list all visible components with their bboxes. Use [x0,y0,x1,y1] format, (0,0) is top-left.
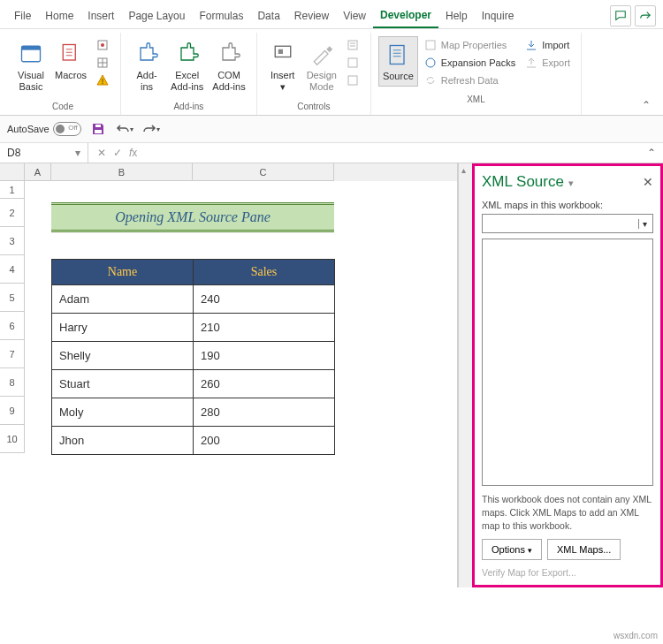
name-box[interactable]: D8▾ [0,143,88,163]
xml-tree-view[interactable] [482,239,653,486]
design-mode-icon [308,40,336,68]
cell[interactable]: Shelly [52,342,194,370]
select-all-corner[interactable] [0,163,25,181]
properties-button[interactable] [342,36,363,54]
tab-help[interactable]: Help [438,4,475,27]
tab-file[interactable]: File [7,4,38,27]
visual-basic-button[interactable]: Visual Basic [12,36,50,96]
title-cell[interactable]: Opening XML Source Pane [51,202,334,232]
cell[interactable]: Harry [52,314,194,342]
table-row: Shelly190 [52,342,335,370]
cells-area[interactable]: Opening XML Source Pane Name Sales Adam2… [25,181,457,587]
worksheet-grid[interactable]: A B C 1 2 3 4 5 6 7 8 9 10 Opening XML S… [0,163,458,587]
row-header[interactable]: 10 [0,425,25,453]
run-dialog-button[interactable] [342,72,363,89]
watermark: wsxdn.com [613,631,658,640]
cell[interactable]: 260 [194,370,335,398]
insert-control-button[interactable]: Insert▾ [264,36,301,96]
tab-view[interactable]: View [336,4,373,27]
xml-maps-button[interactable]: XML Maps... [547,539,621,560]
row-header[interactable]: 2 [0,199,25,227]
row-header[interactable]: 5 [0,284,25,312]
warning-icon: ! [95,73,110,87]
record-macro-button[interactable] [92,36,113,54]
fx-icon[interactable]: fx [129,147,137,159]
comments-icon[interactable] [610,5,631,27]
com-addins-button[interactable]: COM Add-ins [209,36,248,96]
row-header[interactable]: 3 [0,227,25,255]
chevron-down-icon: ▾ [75,147,80,159]
close-pane-button[interactable]: ✕ [643,175,653,189]
chevron-down-icon[interactable]: ▾ [568,178,574,188]
row-header[interactable]: 1 [0,181,25,199]
tab-developer[interactable]: Developer [373,4,438,28]
col-header-c[interactable]: C [193,163,334,181]
tab-review[interactable]: Review [287,4,336,27]
cell[interactable]: Stuart [52,370,194,398]
export-button[interactable]: Export [521,54,574,72]
tab-data[interactable]: Data [250,4,286,27]
data-table: Name Sales Adam240 Harry210 Shelly190 St… [51,259,335,455]
share-icon[interactable] [635,5,656,27]
save-button[interactable] [88,119,108,139]
row-header[interactable]: 4 [0,255,25,284]
cell[interactable]: 280 [194,398,335,427]
svg-rect-16 [95,125,101,127]
verify-map-link: Verify Map for Export... [482,567,653,578]
xml-maps-select[interactable]: ▾ [482,214,653,233]
row-header[interactable]: 9 [0,397,25,425]
cell[interactable]: Moly [52,398,194,427]
expand-formula-bar[interactable]: ⌃ [640,143,663,163]
macro-security-button[interactable]: ! [92,72,113,89]
expansion-packs-button[interactable]: Expansion Packs [420,54,519,72]
cell[interactable]: 240 [194,285,335,314]
tab-insert[interactable]: Insert [80,4,121,27]
row-header[interactable]: 6 [0,312,25,340]
header-name[interactable]: Name [52,260,194,285]
cell[interactable]: Jhon [52,427,194,455]
cell[interactable]: 200 [194,427,335,455]
tab-page-layout[interactable]: Page Layou [121,4,192,27]
tab-inquire[interactable]: Inquire [475,4,522,27]
relative-ref-button[interactable] [92,54,113,72]
import-icon [524,38,538,52]
cancel-formula-icon[interactable]: ✕ [97,147,106,159]
formula-bar[interactable] [146,149,640,156]
map-properties-button[interactable]: Map Properties [420,36,519,54]
refresh-data-button[interactable]: Refresh Data [420,72,519,89]
autosave-toggle[interactable]: AutoSave Off [7,122,81,136]
row-header[interactable]: 8 [0,368,25,397]
code-icon [346,56,360,70]
vertical-scrollbar[interactable] [458,163,472,587]
collapse-ribbon-button[interactable]: ⌃ [635,95,658,115]
xml-maps-label: XML maps in this workbook: [482,200,653,210]
source-button[interactable]: Source [378,36,418,87]
svg-point-4 [101,43,104,47]
col-header-b[interactable]: B [51,163,193,181]
cell[interactable]: Adam [52,285,194,314]
tab-formulas[interactable]: Formulas [192,4,250,27]
options-button[interactable]: Options ▾ [482,539,542,560]
design-mode-button[interactable]: Design Mode [303,36,340,96]
grid-icon [95,56,110,70]
cell[interactable]: 190 [194,342,335,370]
excel-addins-button[interactable]: Excel Add-ins [167,36,207,96]
macros-button[interactable]: Macros [51,36,90,85]
row-header[interactable]: 7 [0,340,25,368]
col-header-a[interactable]: A [25,163,51,181]
svg-rect-11 [348,76,357,85]
addins-button[interactable]: Add- ins [128,36,165,96]
dialog-icon [346,73,360,87]
table-row: Moly280 [52,398,335,427]
tab-home[interactable]: Home [38,4,80,27]
cell[interactable]: 210 [194,314,335,342]
table-row: Harry210 [52,314,335,342]
insert-control-icon [269,40,297,68]
import-button[interactable]: Import [521,36,574,54]
addins-icon [133,40,161,68]
enter-formula-icon[interactable]: ✓ [113,147,122,159]
header-sales[interactable]: Sales [194,260,335,285]
view-code-button[interactable] [342,54,363,72]
undo-button[interactable]: ▾ [115,119,134,139]
redo-button[interactable]: ▾ [141,119,161,139]
